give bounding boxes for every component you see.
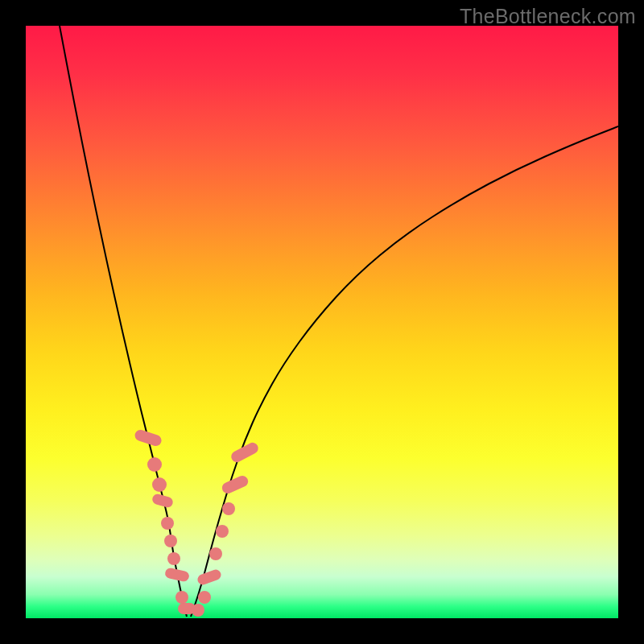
chart-frame: TheBottleneck.com [0,0,644,644]
data-marker [164,535,177,547]
data-marker-pill [229,440,260,464]
data-marker [192,604,204,617]
data-marker-pill [196,568,223,586]
data-marker [222,502,235,515]
data-marker-pill [164,568,190,583]
data-marker [216,525,229,538]
data-marker [152,477,167,492]
curve-layer [26,26,618,618]
data-marker-pill [221,474,250,496]
plot-area [26,26,618,618]
data-marker [147,457,162,472]
data-marker [209,547,222,560]
data-marker-pill [134,428,163,448]
data-marker [161,517,174,530]
data-marker [167,552,180,565]
watermark-text: TheBottleneck.com [460,5,636,28]
data-marker [198,591,211,604]
right-branch-curve [191,126,618,617]
data-marker [175,591,188,604]
